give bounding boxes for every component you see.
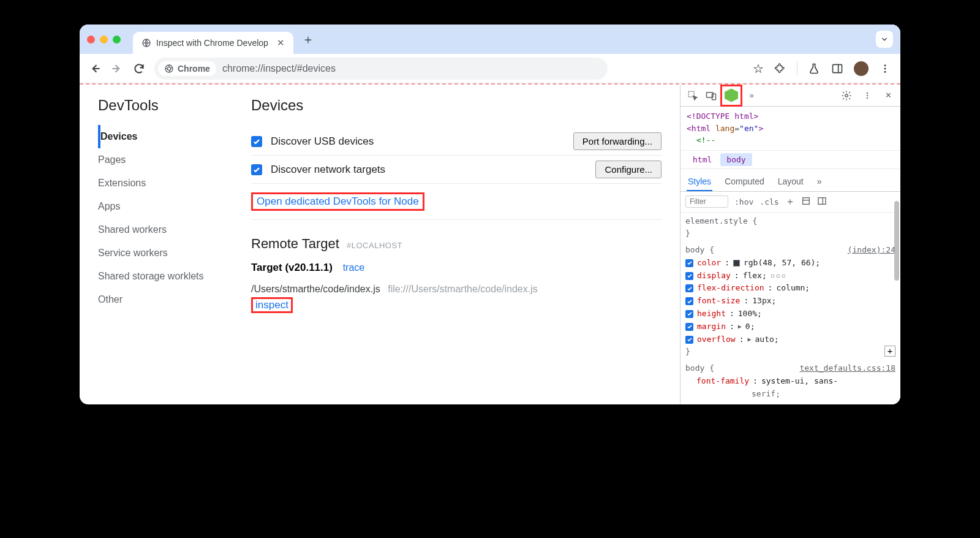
declaration-checkbox[interactable] xyxy=(685,310,693,318)
devtools-menu-button[interactable] xyxy=(861,89,873,102)
add-declaration-button[interactable]: + xyxy=(884,346,895,357)
dom-tree[interactable]: <!DOCTYPE html> <html lang="en"> <!-- xyxy=(680,107,900,150)
sidepanel-icon xyxy=(831,63,843,75)
crumb-html[interactable]: html xyxy=(687,153,718,166)
sidebar-item-shared-storage[interactable]: Shared storage worklets xyxy=(98,265,251,288)
tab-title: Inspect with Chrome Develop xyxy=(156,38,268,48)
computed-styles-icon[interactable] xyxy=(801,196,811,208)
dom-comment: <!-- xyxy=(696,135,715,145)
sidebar-item-apps[interactable]: Apps xyxy=(98,195,251,218)
back-button[interactable] xyxy=(88,62,102,75)
forward-button[interactable] xyxy=(110,62,124,75)
separator xyxy=(797,62,797,75)
style-declaration[interactable]: color: rgb(48, 57, 66); xyxy=(685,257,895,270)
tab-overflow-button[interactable] xyxy=(876,31,893,48)
inspect-link[interactable]: inspect xyxy=(255,299,288,311)
profile-avatar[interactable] xyxy=(854,61,869,76)
style-declaration[interactable]: height: 100%; xyxy=(685,308,895,320)
settings-button[interactable] xyxy=(840,89,853,102)
highlight-open-node: Open dedicated DevTools for Node xyxy=(251,192,424,211)
toggle-sidebar-icon[interactable] xyxy=(817,196,827,208)
hov-toggle[interactable]: :hov xyxy=(734,197,753,206)
select-icon xyxy=(687,90,698,101)
sidebar: DevTools Devices Pages Extensions Apps S… xyxy=(98,97,251,404)
rule1-source[interactable]: (index):24 xyxy=(848,244,895,257)
new-rule-button[interactable]: ＋ xyxy=(785,195,795,208)
flex-editor-icon[interactable]: ▫▫▫ xyxy=(771,270,786,282)
expand-icon[interactable]: ▶ xyxy=(738,322,742,332)
new-tab-button[interactable]: ＋ xyxy=(302,31,314,48)
configure-button[interactable]: Configure... xyxy=(595,161,662,178)
sidebar-item-shared-workers[interactable]: Shared workers xyxy=(98,218,251,241)
close-devtools-button[interactable]: ✕ xyxy=(882,89,894,102)
remote-target-heading: Remote Target #LOCALHOST xyxy=(251,236,662,252)
highlight-node-icon xyxy=(723,88,739,104)
port-forwarding-button[interactable]: Port forwarding... xyxy=(573,132,662,150)
declaration-checkbox[interactable] xyxy=(685,336,693,344)
page-heading: Devices xyxy=(251,97,662,114)
expand-icon[interactable]: ▶ xyxy=(747,335,751,344)
discover-usb-label: Discover USB devices xyxy=(271,135,374,148)
cls-toggle[interactable]: .cls xyxy=(760,197,778,206)
style-declaration[interactable]: margin: ▶ 0; xyxy=(685,320,895,333)
declaration-checkbox[interactable] xyxy=(685,323,693,331)
address-bar[interactable]: Chrome chrome://inspect/#devices xyxy=(154,58,608,80)
style-declaration[interactable]: flex-direction: column; xyxy=(685,282,895,295)
discover-network-checkbox[interactable] xyxy=(251,164,262,175)
sidebar-item-devices[interactable]: Devices xyxy=(98,125,251,148)
crumb-body[interactable]: body xyxy=(720,153,752,166)
labs-button[interactable] xyxy=(807,62,821,75)
side-panel-button[interactable] xyxy=(831,62,844,75)
menu-button[interactable] xyxy=(878,62,892,75)
node-icon[interactable] xyxy=(725,89,738,102)
device-toolbar-button[interactable] xyxy=(705,89,717,102)
styles-filter-input[interactable] xyxy=(685,195,728,208)
rule2-source[interactable]: text_defaults.css:18 xyxy=(799,362,895,375)
subtab-styles[interactable]: Styles xyxy=(687,173,712,191)
sidebar-item-other[interactable]: Other xyxy=(98,288,251,311)
maximize-window-icon[interactable] xyxy=(113,36,121,44)
sidebar-item-pages[interactable]: Pages xyxy=(98,148,251,172)
extensions-button[interactable] xyxy=(774,62,787,75)
element-style-selector: element.style xyxy=(685,216,748,225)
scrollbar[interactable] xyxy=(894,201,899,281)
subtab-layout[interactable]: Layout xyxy=(777,173,805,191)
svg-point-11 xyxy=(867,92,868,93)
more-tabs-button[interactable]: » xyxy=(745,89,758,102)
puzzle-icon xyxy=(774,63,786,75)
styles-subtabs: Styles Computed Layout » xyxy=(680,169,900,192)
declaration-checkbox[interactable] xyxy=(685,259,693,267)
bookmark-icon[interactable]: ☆ xyxy=(753,61,764,76)
svg-rect-15 xyxy=(818,197,826,204)
minimize-window-icon[interactable] xyxy=(100,36,108,44)
subtab-computed[interactable]: Computed xyxy=(723,173,766,191)
inspect-element-button[interactable] xyxy=(687,89,699,102)
trace-link[interactable]: trace xyxy=(343,262,365,273)
declaration-checkbox[interactable] xyxy=(685,297,693,305)
target-file-url: file:///Users/stmarthe/code/index.js xyxy=(388,284,538,294)
target-label: Target (v20.11.1) xyxy=(251,262,333,273)
styles-pane[interactable]: element.style { } body { (index):24 colo… xyxy=(680,213,900,405)
arrow-left-icon xyxy=(89,63,101,75)
declaration-checkbox[interactable] xyxy=(685,272,693,280)
remote-heading-text: Remote Target xyxy=(251,236,339,251)
url-text: chrome://inspect/#devices xyxy=(222,63,336,74)
style-declaration[interactable]: font-size: 13px; xyxy=(685,295,895,308)
color-swatch-icon xyxy=(733,260,740,267)
open-node-devtools-link[interactable]: Open dedicated DevTools for Node xyxy=(257,195,419,207)
devtools-panel: » ✕ <!DOCTYPE html> <html lang="en"> <!-… xyxy=(680,85,900,404)
reload-button[interactable] xyxy=(132,62,146,75)
sidebar-item-service-workers[interactable]: Service workers xyxy=(98,241,251,265)
subtab-more[interactable]: » xyxy=(816,173,823,191)
sidebar-item-extensions[interactable]: Extensions xyxy=(98,172,251,195)
close-tab-icon[interactable]: ✕ xyxy=(277,37,285,48)
discover-usb-checkbox[interactable] xyxy=(251,136,262,147)
style-declaration[interactable]: display: flex; ▫▫▫ xyxy=(685,270,895,282)
style-declaration[interactable]: overflow: ▶ auto; xyxy=(685,333,895,346)
browser-window: Inspect with Chrome Develop ✕ ＋ Chrome c… xyxy=(80,25,900,404)
flask-icon xyxy=(808,63,820,75)
declaration-checkbox[interactable] xyxy=(685,284,693,292)
main-panel: Devices Discover USB devices Port forwar… xyxy=(251,97,680,404)
close-window-icon[interactable] xyxy=(87,36,95,44)
browser-tab[interactable]: Inspect with Chrome Develop ✕ xyxy=(133,32,293,54)
